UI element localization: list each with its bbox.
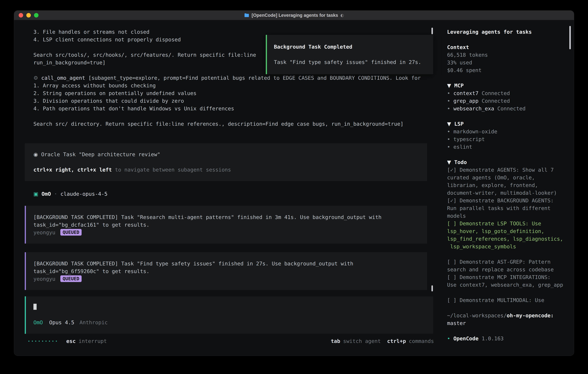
todo-item: [✓] Demonstrate BACKGROUND AGENTS:Run pa… <box>447 197 568 220</box>
gear-icon: ⚙ <box>33 75 38 81</box>
repo-name: oh-my-opencode: <box>507 312 554 319</box>
context-spent: $0.46 spent <box>447 66 568 74</box>
bullet-icon: • <box>447 90 450 96</box>
active-agent: OmO <box>33 320 43 325</box>
model-info-row: OmOOpus 4.5Anthropic <box>33 319 433 326</box>
bullet-icon: • <box>447 105 450 112</box>
mcp-item: •context7Connected <box>447 89 568 97</box>
spinner-dots: ········· <box>27 337 58 345</box>
collapse-triangle-icon: ▼ <box>447 83 451 89</box>
blank-line <box>447 36 568 43</box>
close-button[interactable] <box>19 13 23 18</box>
blank-line <box>14 112 441 120</box>
text-line: librarian, explore, frontend, <box>447 181 568 189</box>
text-line: [ ] Demonstrate AST-GREP: Pattern <box>447 258 568 266</box>
fisheye-icon: ◉ <box>33 151 38 157</box>
blank-line <box>447 151 568 158</box>
bullet-icon: • <box>447 136 450 142</box>
prompt-input[interactable]: OmOOpus 4.5Anthropic <box>25 296 433 334</box>
lsp-item: •eslint <box>447 143 568 151</box>
titlebar[interactable]: [OpenCode] Leveraging agents for tasks ◐ <box>14 10 574 20</box>
background-task-notification: Background Task Completed Task "Find typ… <box>266 35 433 74</box>
mcp-item: •grep_appConnected <box>447 97 568 105</box>
tool-call-line: ⚙call_omo_agent [subagent_type=explore, … <box>33 74 441 82</box>
tool-name: call_omo_agent <box>41 75 85 81</box>
todo-item: [ ] Demonstrate AST-GREP: Patternsearch … <box>447 258 568 273</box>
lsp-item: •typescript <box>447 135 568 143</box>
hint-keys: ctrl+x right, ctrl+x left <box>33 167 112 173</box>
bullet-icon: • <box>447 98 450 104</box>
lsp-heading-label: LSP <box>454 121 464 127</box>
todo-item: [ ] Demonstrate MULTIMODAL: Use <box>447 296 568 304</box>
mcp-heading-label: MCP <box>454 83 464 89</box>
notification-title: Background Task Completed <box>274 43 433 51</box>
queued-badge: QUEUED <box>60 229 82 236</box>
mcp-name: context7 <box>453 90 478 96</box>
app-version: 1.0.163 <box>482 335 504 342</box>
tab-key: tab <box>331 338 340 344</box>
right-hints: tabswitch agentctrl+pcommands <box>331 337 434 345</box>
text-line: 3. Division operations that could divide… <box>33 97 441 105</box>
main-scrollbar-thumb[interactable] <box>431 28 433 34</box>
input-line[interactable] <box>33 303 433 311</box>
blank-line <box>447 327 568 335</box>
mcp-name: websearch_exa <box>453 105 494 112</box>
message-scrollbar-thumb[interactable] <box>431 285 433 291</box>
text-line: [✓] Demonstrate BACKGROUND AGENTS: <box>447 197 568 204</box>
esc-hint: escinterrupt <box>66 337 107 345</box>
activity-indicator-icon: ◐ <box>340 13 344 18</box>
tab-label: switch agent <box>343 338 381 344</box>
context-tokens: 66,518 tokens <box>447 51 568 59</box>
text-line: lsp_find_references, lsp_diagnostics, <box>447 235 568 243</box>
oracle-task-title: Oracle Task "Deep architecture review" <box>41 151 160 157</box>
text-line: lsp_workspace_symbols <box>447 243 568 250</box>
fullscreen-button[interactable] <box>34 13 39 18</box>
bullet-icon: • <box>447 335 450 342</box>
lsp-section-heading[interactable]: ▼LSP <box>447 120 568 128</box>
text-line: [ ] Demonstrate MULTIMODAL: Use <box>447 296 568 304</box>
mcp-section-heading[interactable]: ▼MCP <box>447 82 568 89</box>
blank-line <box>274 51 433 58</box>
navigation-hint: ctrl+x right, ctrl+x left to navigate be… <box>33 166 427 174</box>
text-line: lsp_hover, lsp_goto_definition, <box>447 227 568 235</box>
message-line: task_id="bg_dcfac161" to get results. <box>33 221 427 229</box>
oracle-title-line: ◉Oracle Task "Deep architecture review" <box>33 151 427 158</box>
todo-heading-label: Todo <box>454 159 467 165</box>
minimize-button[interactable] <box>26 13 31 18</box>
message-line: [BACKGROUND TASK COMPLETED] Task "Find t… <box>33 260 427 267</box>
agent-name: OmO <box>42 191 51 197</box>
ctrl-p-key: ctrl+p <box>387 338 406 344</box>
text-line: Run parallel tasks with different <box>447 204 568 212</box>
terminal-main-pane[interactable]: 3. File handles or streams not closed 4.… <box>14 20 441 356</box>
notification-body: Task "Find type safety issues" finished … <box>274 58 433 66</box>
context-used: 33% used <box>447 59 568 66</box>
lsp-item: •markdown-oxide <box>447 128 568 135</box>
todo-section-heading[interactable]: ▼Todo <box>447 158 568 166</box>
message-meta: yeongyuQUEUED <box>33 229 427 236</box>
text-line: 2. String operations on potentially unde… <box>33 89 441 97</box>
esc-key: esc <box>66 338 76 344</box>
message-background-task: [BACKGROUND TASK COMPLETED] Task "Resear… <box>25 206 427 244</box>
sidebar-scrollbar-thumb[interactable] <box>569 26 571 49</box>
status-bar: ········· escinterrupt tabswitch agentct… <box>27 337 434 345</box>
active-model: Opus 4.5 <box>49 320 74 325</box>
text-line: [ ] Demonstrate LSP TOOLS: Use <box>447 220 568 227</box>
window-title: [OpenCode] Leveraging agents for tasks <box>252 13 338 18</box>
bullet-icon: • <box>447 144 450 150</box>
text-line: curated agents (OmO, oracle, <box>447 174 568 181</box>
traffic-lights <box>19 10 39 20</box>
text-line: Use context7, websearch_exa, grep_app <box>447 281 568 289</box>
workspace-path: ~/local-workspaces/oh-my-opencode: <box>447 312 568 319</box>
folder-icon <box>244 13 249 18</box>
model-provider: Anthropic <box>79 320 108 325</box>
message-author: yeongyu <box>33 276 55 282</box>
todo-item: [ ] Demonstrate MCP INTEGRATIONS:Use con… <box>447 273 568 289</box>
blank-line <box>447 112 568 120</box>
mcp-status: Connected <box>482 90 510 96</box>
mcp-item: •websearch_exaConnected <box>447 105 568 112</box>
queued-badge: QUEUED <box>60 275 82 282</box>
bullet-icon: • <box>447 129 450 135</box>
context-heading: Context <box>447 43 568 51</box>
text-cursor <box>33 304 37 310</box>
scrollback-line: 3. File handles or streams not closed <box>33 28 441 36</box>
